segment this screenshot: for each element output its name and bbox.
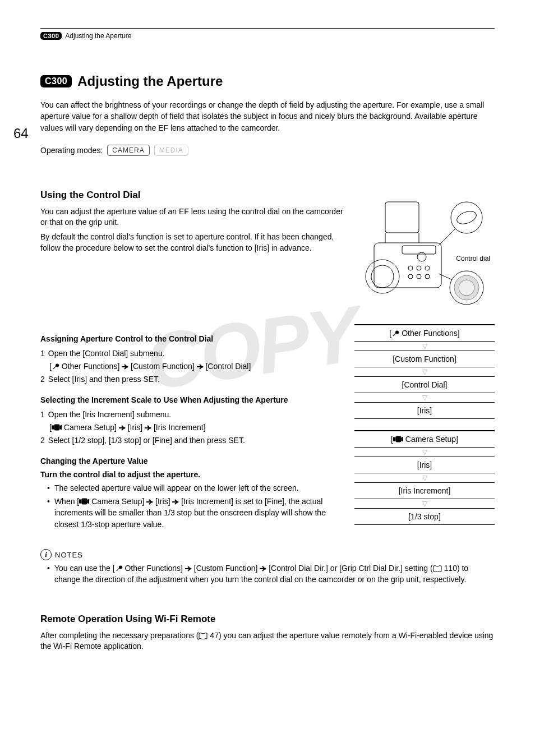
page-title: C300 Adjusting the Aperture [40,73,495,89]
camera-icon [52,424,62,431]
svg-rect-1 [385,202,419,233]
svg-point-6 [408,266,413,270]
svg-rect-23 [79,500,82,504]
svg-point-7 [417,266,421,270]
manual-ref-icon [433,565,442,572]
svg-rect-27 [393,437,396,441]
menu-path-item: [Custom Function] [354,351,495,367]
menu-path-block-2: [ Camera Setup] ▽ [Iris] ▽ [Iris Increme… [354,430,495,525]
menu-path-item: [Iris] [354,402,495,419]
control-dial-body-2: By default the control dial's function i… [40,232,343,253]
mode-media: MEDIA [154,145,188,156]
page-number: 64 [13,126,29,141]
arrow-right-icon [185,566,192,571]
running-head-text: Adjusting the Aperture [65,32,131,40]
chevron-down-icon: ▽ [354,393,495,402]
notes-header: i NOTES [40,549,495,560]
camcorder-diagram: Control dial [354,190,495,307]
assign-step-2: 2Select [Iris] and then press SET. [40,374,343,385]
menu-path-item: [1/3 stop] [354,508,495,525]
svg-point-3 [371,265,394,288]
menu-path-item: [ Camera Setup] [354,430,495,448]
wrench-icon [52,363,59,370]
select-inc-step-2: 2Select [1/2 stop], [1/3 stop] or [Fine]… [40,435,343,446]
mode-camera: CAMERA [107,145,149,156]
arrow-right-icon [197,364,204,370]
manual-ref-icon [199,633,207,639]
model-badge-small: C300 [40,32,62,40]
running-header: C300 Adjusting the Aperture [40,32,495,40]
svg-point-4 [417,252,426,261]
svg-point-9 [408,274,413,279]
svg-point-16 [459,280,474,296]
menu-path-item: [Iris Increment] [354,482,495,499]
chevron-down-icon: ▽ [354,473,495,482]
assign-step-1: 1Open the [Control Dial] submenu. [40,348,343,359]
section-control-dial-heading: Using the Control Dial [40,190,343,201]
chevron-down-icon: ▽ [354,342,495,351]
svg-rect-24 [82,499,87,505]
assign-heading: Assigning Aperture Control to the Contro… [40,334,343,343]
wrench-icon [115,565,123,571]
changing-heading: Changing the Aperture Value [40,457,343,465]
svg-rect-20 [54,424,59,430]
control-dial-body-1: You can adjust the aperture value of an … [40,206,343,228]
notes-label: NOTES [55,551,83,559]
svg-point-12 [451,202,482,233]
arrow-right-icon [146,499,153,505]
operating-modes-label: Operating modes: [40,146,103,155]
svg-rect-5 [402,246,436,254]
select-inc-step-1-path: [ Camera Setup] [Iris] [Iris Increment] [40,422,343,434]
menu-path-item: [Control Dial] [354,376,495,393]
diagram-label-control-dial: Control dial [456,255,490,262]
changing-bullet-2: When [ Camera Setup] [Iris] [Iris Increm… [40,496,343,530]
model-badge-large: C300 [40,75,72,87]
svg-point-11 [425,274,430,279]
svg-point-10 [417,274,421,279]
operating-modes-row: Operating modes: CAMERA MEDIA [40,145,495,156]
changing-bullet-1: The selected aperture value will appear … [40,482,343,494]
arrow-right-icon [260,566,266,571]
arrow-right-icon [145,425,151,431]
remote-body: After completing the necessary preparati… [40,630,495,652]
arrow-right-icon [122,364,128,370]
arrow-right-icon [119,425,126,431]
chevron-down-icon: ▽ [354,367,495,376]
select-inc-heading: Selecting the Increment Scale to Use Whe… [40,395,343,404]
chevron-down-icon: ▽ [354,499,495,508]
menu-path-item: [Iris] [354,457,495,473]
svg-point-2 [366,260,399,293]
intro-paragraph: You can affect the brightness of your re… [40,99,495,133]
svg-rect-19 [52,425,54,429]
notes-bullet-1: You can use the [ Other Functions] [Cust… [40,563,495,586]
changing-action: Turn the control dial to adjust the aper… [40,470,343,479]
chevron-down-icon: ▽ [354,448,495,457]
camera-icon [393,436,403,442]
wrench-icon [391,330,399,336]
menu-path-item: [ Other Functions] [354,324,495,342]
assign-step-1-path: [ Other Functions] [Custom Function] [Co… [40,361,343,372]
svg-point-8 [425,266,430,270]
section-remote-heading: Remote Operation Using Wi-Fi Remote [40,614,495,625]
camera-icon [79,498,89,505]
info-icon: i [40,549,52,560]
select-inc-step-1: 1Open the [Iris Increment] submenu. [40,409,343,421]
svg-rect-28 [395,436,401,442]
menu-path-block-1: [ Other Functions] ▽ [Custom Function] ▽… [354,324,495,419]
arrow-right-icon [172,499,179,505]
title-text: Adjusting the Aperture [77,73,223,89]
